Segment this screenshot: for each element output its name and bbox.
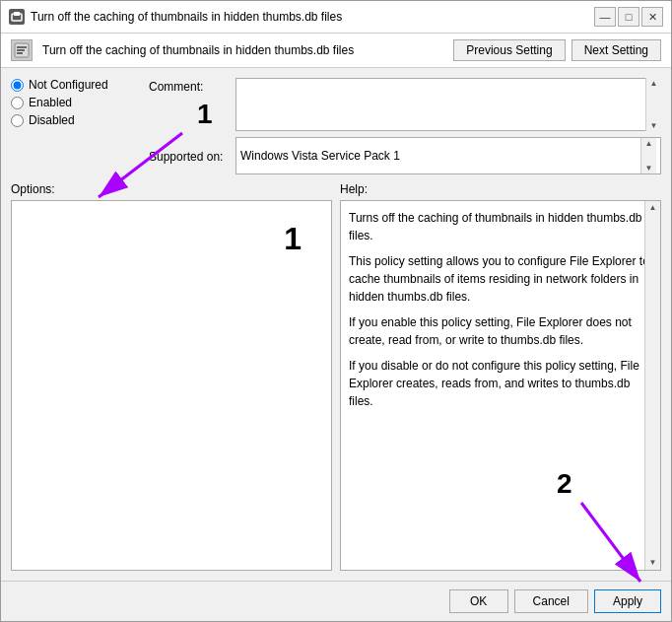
top-section: Not Configured Enabled Disabled Comment: [11, 78, 661, 174]
comment-row: Comment: ▲ ▼ [149, 78, 661, 131]
content-area: Not Configured Enabled Disabled Comment: [1, 68, 671, 581]
help-scrollbar: ▲ ▼ [644, 201, 660, 570]
header-bar: Turn off the caching of thumbnails in hi… [1, 34, 671, 68]
window-icon [9, 9, 25, 25]
options-box: Options: 1 [11, 182, 332, 571]
supported-label: Supported on: [149, 148, 228, 164]
minimize-button[interactable]: — [594, 7, 616, 27]
supported-scroll-up: ▲ [645, 139, 653, 148]
help-p1: Turns off the caching of thumbnails in h… [349, 209, 652, 244]
next-setting-button[interactable]: Next Setting [571, 39, 661, 61]
comment-supported-section: Comment: ▲ ▼ Supported on: Windows Vista… [149, 78, 661, 174]
svg-rect-3 [17, 46, 27, 48]
header-buttons: Previous Setting Next Setting [453, 39, 661, 61]
comment-textarea-wrapper: ▲ ▼ [235, 78, 661, 131]
svg-rect-5 [17, 52, 23, 54]
close-button[interactable]: ✕ [641, 7, 663, 27]
title-controls: — □ ✕ [594, 7, 663, 27]
radio-disabled-input[interactable] [11, 114, 24, 127]
options-area: 1 [11, 200, 332, 571]
bottom-bar: OK Cancel Apply [1, 581, 671, 621]
svg-rect-4 [17, 49, 25, 51]
radio-not-configured-input[interactable] [11, 79, 24, 92]
radio-enabled-input[interactable] [11, 97, 24, 109]
policy-icon [11, 39, 33, 61]
supported-row: Supported on: Windows Vista Service Pack… [149, 137, 661, 174]
options-help-section: Options: 1 Help: Turns off the caching o… [11, 182, 661, 571]
header-title: Turn off the caching of thumbnails in hi… [42, 43, 443, 57]
scroll-up-arrow: ▲ [650, 79, 658, 88]
window-title: Turn off the caching of thumbnails in hi… [31, 10, 588, 24]
supported-scrollbar: ▲ ▼ [640, 138, 656, 173]
radio-not-configured[interactable]: Not Configured [11, 78, 139, 92]
comment-textarea[interactable] [235, 78, 661, 131]
supported-value: Windows Vista Service Pack 1 [240, 149, 640, 163]
radio-disabled-label: Disabled [29, 113, 75, 127]
maximize-button[interactable]: □ [618, 7, 639, 27]
radio-enabled-label: Enabled [29, 96, 72, 109]
radio-group: Not Configured Enabled Disabled [11, 78, 139, 174]
help-p2: This policy setting allows you to config… [349, 252, 652, 306]
comment-scrollbar: ▲ ▼ [645, 78, 661, 131]
ok-button[interactable]: OK [449, 589, 508, 613]
apply-button[interactable]: Apply [594, 589, 661, 613]
cancel-button[interactable]: Cancel [514, 589, 588, 613]
help-p3: If you enable this policy setting, File … [349, 313, 652, 349]
supported-value-wrapper: Windows Vista Service Pack 1 ▲ ▼ [235, 137, 661, 174]
annotation-1: 1 [284, 221, 302, 257]
help-scroll-down: ▼ [649, 557, 657, 569]
supported-scroll-down: ▼ [645, 164, 653, 173]
help-box: Help: Turns off the caching of thumbnail… [340, 182, 661, 571]
radio-not-configured-label: Not Configured [29, 78, 108, 92]
help-p4: If you disable or do not configure this … [349, 357, 652, 410]
main-window: Turn off the caching of thumbnails in hi… [0, 0, 672, 622]
help-area: Turns off the caching of thumbnails in h… [340, 200, 661, 571]
help-scroll-up: ▲ [649, 202, 657, 214]
svg-rect-1 [14, 12, 20, 16]
title-bar: Turn off the caching of thumbnails in hi… [1, 1, 671, 34]
scroll-down-arrow: ▼ [650, 121, 658, 130]
help-label: Help: [340, 182, 661, 196]
radio-disabled[interactable]: Disabled [11, 113, 139, 127]
radio-enabled[interactable]: Enabled [11, 96, 139, 109]
options-label: Options: [11, 182, 332, 196]
comment-label: Comment: [149, 78, 228, 94]
previous-setting-button[interactable]: Previous Setting [453, 39, 565, 61]
